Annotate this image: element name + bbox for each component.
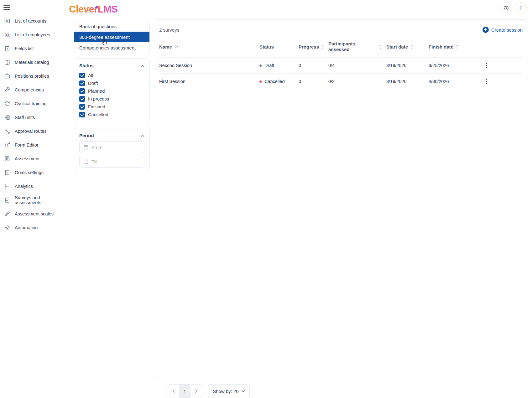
user-avatar[interactable]: F — [515, 2, 527, 14]
sidebar-item-fields-list[interactable]: Fields list — [0, 42, 68, 55]
chevron-down-icon — [242, 390, 245, 392]
table-row[interactable]: First Session Cancelled 0 0/2 3/19/2026 … — [159, 73, 523, 89]
sort-icon[interactable] — [321, 44, 324, 49]
row-menu-kebab-icon[interactable] — [484, 61, 488, 70]
sort-icon[interactable] — [456, 44, 459, 49]
status-option-finished[interactable]: Finished — [79, 103, 144, 111]
sidebar-item-analytics[interactable]: Analytics — [0, 179, 68, 193]
sidebar-item-surveys-and-assessments[interactable]: Surveys and assessments — [0, 193, 68, 207]
sidebar-item-label: Assessment scales — [15, 211, 54, 216]
assessment-icon — [4, 155, 11, 162]
sort-icon[interactable] — [410, 44, 413, 49]
column-header-participants-assessed[interactable]: Participants assessed — [328, 41, 386, 52]
automation-icon — [4, 224, 11, 231]
row-menu-kebab-icon[interactable] — [484, 77, 488, 85]
column-header-finish-date[interactable]: Finish date — [429, 44, 479, 49]
logo-leaf-icon — [94, 1, 102, 11]
sort-icon[interactable] — [379, 44, 382, 49]
sidebar-item-assessment-scales[interactable]: Assessment scales — [0, 207, 68, 221]
status-option-in-process[interactable]: In process — [79, 95, 144, 103]
sidebar-item-label: Cyclical training — [15, 101, 47, 106]
show-by-dropdown[interactable]: Show by: 20 — [208, 384, 250, 398]
history-button[interactable] — [500, 2, 512, 14]
status-option-all[interactable]: All — [79, 71, 144, 79]
status-option-cancelled[interactable]: Cancelled — [79, 111, 144, 118]
current-page[interactable]: 1 — [179, 385, 190, 398]
search-icon[interactable] — [174, 44, 179, 49]
checkbox-checked-icon[interactable] — [79, 104, 85, 110]
main-column: 2 surveys Create session Name — [154, 19, 528, 398]
sidebar-item-label: Staff units — [15, 115, 35, 120]
approval-routes-icon — [4, 128, 11, 135]
previous-page-button[interactable] — [168, 385, 179, 398]
cyclical-training-icon — [4, 100, 11, 107]
staff-units-icon — [4, 114, 11, 121]
app-logo: CleverLMS — [69, 2, 118, 14]
column-header-progress[interactable]: Progress — [299, 44, 328, 49]
collapse-chevron-up-icon[interactable] — [141, 63, 144, 68]
column-header-name[interactable]: Name — [159, 44, 259, 49]
sidebar-item-goals-settings[interactable]: Goals settings — [0, 166, 68, 179]
sidebar-item-label: Surveys and assessments — [15, 195, 64, 205]
checkbox-checked-icon[interactable] — [79, 80, 85, 86]
sidebar-item-label: Positions profiles — [15, 74, 49, 79]
status-dot-icon — [259, 65, 262, 67]
hamburger-menu-icon[interactable] — [3, 5, 10, 10]
session-participants: 0/4 — [328, 63, 386, 68]
surveys-card: 2 surveys Create session Name — [154, 19, 528, 378]
sidebar-item-staff-units[interactable]: Staff units — [0, 111, 68, 124]
sidebar-item-list-of-employees[interactable]: List of employees — [0, 28, 68, 42]
sidebar-item-assessment[interactable]: Assessment — [0, 152, 68, 166]
next-page-button[interactable] — [190, 385, 202, 398]
sidebar-item-list-of-accounts[interactable]: List of accounts — [0, 14, 68, 28]
sidebar-item-label: Fields list — [15, 46, 34, 51]
positions-profiles-icon — [4, 73, 11, 80]
sidebar-item-competencies[interactable]: Competencies — [0, 83, 68, 97]
status-filter-title: Status — [79, 63, 94, 68]
period-till-field[interactable] — [79, 156, 144, 168]
period-from-field[interactable] — [79, 141, 144, 153]
session-status: Cancelled — [259, 79, 299, 84]
sidebar-item-form-editor[interactable]: Form Editor — [0, 138, 68, 152]
sidebar-item-cyclical-training[interactable]: Cyclical training — [0, 97, 68, 111]
collapse-chevron-up-icon[interactable] — [141, 133, 144, 138]
session-status: Draft — [259, 63, 299, 68]
sidebar-nav: List of accounts List of employees Field… — [0, 14, 68, 235]
column-header-status[interactable]: Status — [259, 44, 299, 49]
sidebar: List of accounts List of employees Field… — [0, 0, 68, 398]
filters-panel: Bank of questions 360-degree assessment … — [74, 19, 150, 398]
period-filter-card: Period — [74, 128, 150, 172]
app-root: List of accounts List of employees Field… — [0, 0, 532, 398]
checkbox-checked-icon[interactable] — [79, 88, 85, 94]
goals-settings-icon — [4, 169, 11, 176]
sidebar-item-materials-catalog[interactable]: Materials catalog — [0, 55, 68, 69]
tab-360-degree-assessment[interactable]: 360-degree assessment — [74, 32, 149, 42]
assessment-scales-icon — [4, 210, 11, 217]
table-row[interactable]: Second Session Draft 0 0/4 3/19/2026 3/2… — [159, 57, 523, 73]
status-option-draft[interactable]: Draft — [79, 79, 144, 87]
tab-competencies-assessment[interactable]: Competencies assessment — [74, 42, 149, 53]
topbar: CleverLMS F — [68, 0, 532, 16]
status-option-planned[interactable]: Planned — [79, 87, 144, 95]
period-till-input[interactable] — [91, 159, 141, 164]
sidebar-item-label: Approval routes — [15, 129, 47, 134]
checkbox-checked-icon[interactable] — [79, 73, 85, 78]
checkbox-checked-icon[interactable] — [79, 112, 85, 117]
assessment-tabs: Bank of questions 360-degree assessment … — [74, 21, 150, 53]
sidebar-item-approval-routes[interactable]: Approval routes — [0, 124, 68, 138]
form-editor-icon — [4, 142, 11, 148]
sidebar-item-automation[interactable]: Automation — [0, 221, 68, 235]
plus-circle-icon — [482, 27, 489, 33]
workspace: Bank of questions 360-degree assessment … — [68, 16, 532, 398]
content-area: CleverLMS F B — [68, 0, 532, 398]
checkbox-checked-icon[interactable] — [79, 96, 85, 102]
session-finish-date: 3/25/2026 — [429, 63, 479, 68]
sidebar-item-label: List of employees — [15, 32, 50, 37]
column-header-start-date[interactable]: Start date — [386, 44, 429, 49]
topbar-actions: F — [500, 2, 527, 14]
create-session-button[interactable]: Create session — [482, 27, 523, 33]
tab-bank-of-questions[interactable]: Bank of questions — [74, 21, 149, 32]
sidebar-item-positions-profiles[interactable]: Positions profiles — [0, 69, 68, 83]
period-from-input[interactable] — [91, 145, 141, 150]
calendar-icon — [83, 144, 89, 150]
